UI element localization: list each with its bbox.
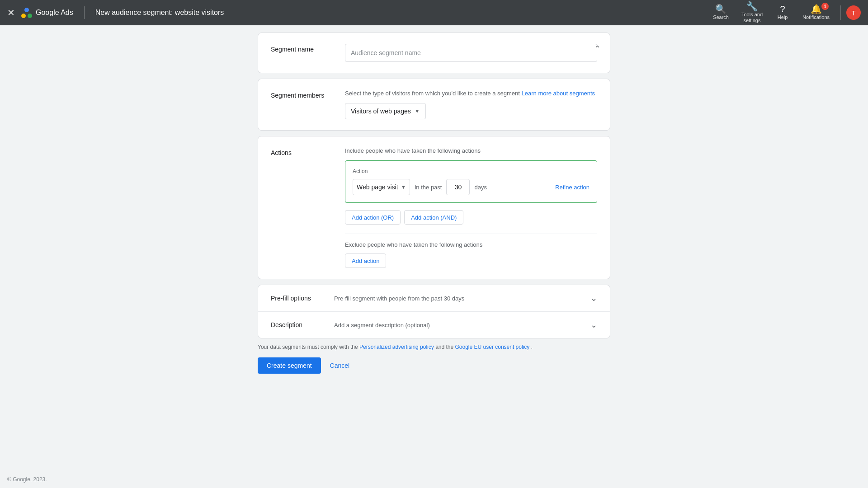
description-value: Add a segment description (optional) (334, 322, 590, 328)
header-right: 🔍 Search 🔧 Tools and settings ? Help 🔔 1… (708, 0, 861, 26)
description-label: Description (271, 321, 334, 328)
options-card: Pre-fill options Pre-fill segment with p… (258, 285, 610, 338)
exclude-description: Exclude people who have taken the follow… (345, 241, 597, 248)
header-divider (84, 6, 85, 19)
prefill-row[interactable]: Pre-fill options Pre-fill segment with p… (258, 285, 610, 311)
days-text: days (474, 184, 486, 191)
tools-label: Tools and settings (741, 12, 763, 23)
app-header: ✕ Google Ads New audience segment: websi… (0, 0, 868, 25)
segment-members-label: Segment members (271, 90, 334, 99)
segment-name-label: Segment name (271, 44, 334, 53)
segment-members-help-text: Select the type of visitors from which y… (345, 90, 597, 97)
copyright: © Google, 2023. (7, 476, 47, 483)
learn-more-link[interactable]: Learn more about segments (522, 90, 595, 97)
action-dropdown-arrow-icon: ▼ (401, 184, 406, 190)
prefill-expand-icon: ⌄ (590, 293, 597, 303)
actions-section: Actions Include people who have taken th… (258, 136, 610, 279)
action-type-dropdown[interactable]: Web page visit ▼ (353, 179, 410, 195)
header-separator (840, 5, 841, 20)
svg-point-1 (28, 14, 32, 18)
eu-consent-policy-link[interactable]: Google EU user consent policy (455, 344, 530, 350)
action-box: Action Web page visit ▼ in the past days… (345, 160, 597, 203)
help-icon: ? (780, 5, 785, 14)
segment-name-card: Segment name ⌃ (258, 33, 610, 73)
include-description: Include people who have taken the follow… (345, 147, 597, 154)
notifications-label: Notifications (802, 14, 830, 20)
compliance-note: Your data segments must comply with the … (258, 344, 610, 350)
dropdown-arrow-icon: ▼ (415, 108, 420, 114)
segment-members-section: Segment members Select the type of visit… (258, 79, 610, 130)
add-exclude-action-button[interactable]: Add action (345, 253, 386, 268)
svg-point-0 (21, 14, 26, 18)
search-label: Search (713, 14, 729, 20)
page-title: New audience segment: website visitors (95, 9, 224, 17)
action-row: Web page visit ▼ in the past days Refine… (353, 179, 590, 195)
close-button[interactable]: ✕ (7, 8, 15, 17)
segment-members-card: Segment members Select the type of visit… (258, 79, 610, 131)
search-icon: 🔍 (715, 5, 726, 14)
days-input[interactable] (446, 179, 470, 195)
cancel-button[interactable]: Cancel (330, 362, 350, 369)
refine-action-link[interactable]: Refine action (555, 184, 590, 191)
search-button[interactable]: 🔍 Search (708, 2, 734, 23)
logo-area: Google Ads (20, 6, 73, 19)
create-segment-button[interactable]: Create segment (258, 357, 321, 374)
action-box-label: Action (353, 168, 590, 174)
form-container: Segment name ⌃ Segment members Select th… (258, 33, 610, 374)
google-ads-logo: Google Ads (20, 6, 73, 19)
tools-settings-button[interactable]: 🔧 Tools and settings (736, 0, 768, 26)
prefill-label: Pre-fill options (271, 295, 334, 302)
action-value: Web page visit (357, 183, 398, 191)
notification-badge: 1 (821, 3, 829, 10)
add-action-and-button[interactable]: Add action (AND) (404, 210, 463, 225)
actions-divider (345, 234, 597, 234)
actions-label: Actions (271, 147, 334, 156)
dropdown-value: Visitors of web pages (351, 108, 411, 115)
visitors-type-dropdown[interactable]: Visitors of web pages ▼ (345, 103, 426, 119)
prefill-value: Pre-fill segment with people from the pa… (334, 295, 590, 302)
bell-icon: 🔔 (811, 5, 822, 14)
segment-members-content: Select the type of visitors from which y… (345, 90, 597, 119)
header-left: ✕ Google Ads New audience segment: websi… (7, 6, 708, 19)
google-ads-logo-icon (20, 6, 33, 19)
actions-content: Include people who have taken the follow… (345, 147, 597, 268)
notifications-button[interactable]: 🔔 1 Notifications (797, 2, 835, 23)
main-content: Segment name ⌃ Segment members Select th… (0, 0, 868, 392)
tools-icon: 🔧 (746, 2, 758, 11)
add-action-or-button[interactable]: Add action (OR) (345, 210, 401, 225)
svg-point-2 (24, 8, 29, 12)
collapse-button[interactable]: ⌃ (594, 44, 601, 54)
actions-card: Actions Include people who have taken th… (258, 136, 610, 279)
segment-name-section: Segment name ⌃ (258, 33, 610, 73)
description-expand-icon: ⌄ (590, 320, 597, 330)
help-button[interactable]: ? Help (770, 2, 795, 23)
segment-name-input[interactable] (345, 44, 597, 62)
personalized-policy-link[interactable]: Personalized advertising policy (359, 344, 434, 350)
user-avatar[interactable]: T (846, 5, 861, 20)
bottom-actions: Create segment Cancel (258, 357, 610, 374)
help-label: Help (778, 14, 788, 20)
logo-text: Google Ads (36, 9, 73, 17)
description-row[interactable]: Description Add a segment description (o… (258, 311, 610, 338)
add-action-buttons: Add action (OR) Add action (AND) (345, 210, 597, 225)
segment-name-content (345, 44, 597, 62)
in-past-text: in the past (415, 184, 442, 191)
